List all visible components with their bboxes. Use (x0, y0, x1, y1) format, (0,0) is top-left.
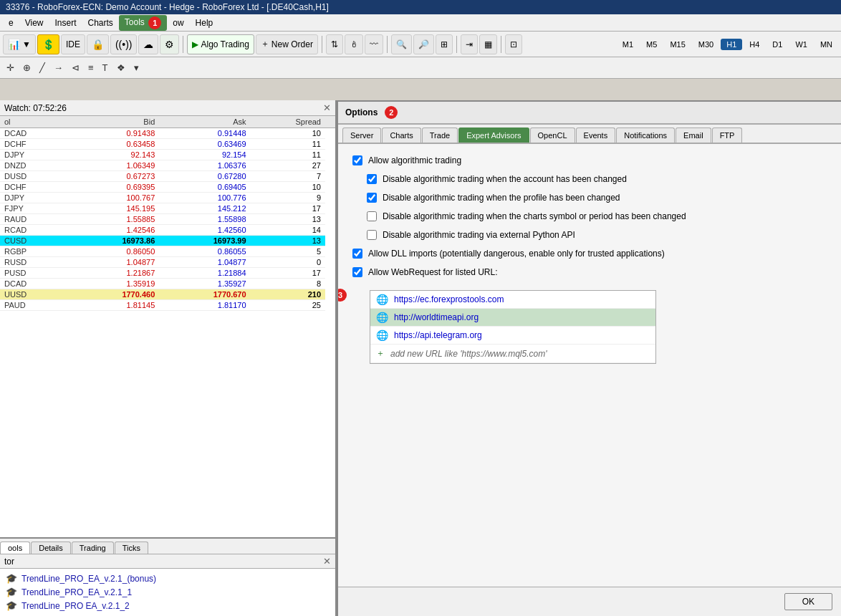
ide-btn[interactable]: IDE (61, 34, 85, 54)
table-row[interactable]: DCHF0.634580.6346911 (0, 139, 335, 150)
shapes-btn[interactable]: ❖ (113, 61, 129, 74)
ea-item-2[interactable]: 🎓 TrendLine_PRO_EA_v.2.1_1 (3, 585, 332, 599)
auto-scroll-btn[interactable]: ▦ (479, 34, 497, 54)
menu-insert[interactable]: Insert (49, 16, 82, 29)
symbol-cell: FJPY (0, 203, 68, 214)
bid-cell: 1.42546 (68, 225, 159, 236)
tf-d1[interactable]: D1 (766, 39, 788, 50)
zoom-in-btn[interactable]: 🔍 (391, 34, 412, 54)
tab-events[interactable]: Events (576, 127, 616, 143)
tf-mn[interactable]: MN (814, 39, 838, 50)
menu-help[interactable]: Help (190, 16, 219, 29)
dollar-btn[interactable]: 💲 (37, 34, 59, 54)
tf-w1[interactable]: W1 (789, 39, 813, 50)
tf-m30[interactable]: M30 (693, 39, 719, 50)
cb-allow-dll[interactable] (352, 249, 362, 259)
table-row[interactable]: RUSD1.048771.048770 (0, 257, 335, 268)
cb-allow-web[interactable] (352, 267, 362, 277)
tab-trade[interactable]: Trade (422, 127, 458, 143)
table-row[interactable]: DJPY92.14392.15411 (0, 150, 335, 160)
table-row[interactable]: CUSD16973.8616973.9913 (0, 236, 335, 246)
ea-item-3[interactable]: 🎓 TrendLine_PRO EA_v.2.1_2 (3, 599, 332, 612)
tab-opencl[interactable]: OpenCL (530, 127, 575, 143)
cb-disable-profile[interactable] (367, 193, 377, 203)
lock-btn[interactable]: 🔒 (87, 34, 109, 54)
cb-disable-charts[interactable] (367, 211, 377, 221)
table-row[interactable]: PUSD1.218671.2188417 (0, 268, 335, 279)
depth-btn[interactable]: ⇅ (326, 34, 343, 54)
url-item-2[interactable]: 🌐 http://worldtimeapi.org (370, 309, 655, 327)
line-draw-btn[interactable]: ╱ (36, 61, 49, 74)
tab-charts[interactable]: Charts (382, 127, 420, 143)
candle-btn[interactable]: 🕯 (345, 34, 363, 54)
table-row[interactable]: DCAD0.914380.9144810 (0, 128, 335, 139)
table-row[interactable]: DCAD1.359191.359278 (0, 279, 335, 289)
cb-allow-algo[interactable] (352, 155, 362, 165)
url-item-3[interactable]: 🌐 https://api.telegram.org (370, 327, 655, 345)
tab-details[interactable]: Details (31, 542, 71, 554)
table-row[interactable]: DCHF0.693950.6940510 (0, 182, 335, 193)
algo-trading-btn[interactable]: ▶ Algo Trading (187, 34, 254, 54)
ray-btn[interactable]: → (50, 61, 67, 74)
text-btn[interactable]: T (99, 61, 112, 74)
tf-h1[interactable]: H1 (721, 39, 742, 50)
cb-disable-account-label: Disable algorithmic trading when the acc… (383, 174, 627, 184)
menu-tools[interactable]: Tools 1 (119, 15, 167, 31)
hline-btn[interactable]: ≡ (85, 61, 97, 74)
tf-m1[interactable]: M1 (617, 39, 639, 50)
menu-charts[interactable]: Charts (82, 16, 119, 29)
menu-ow[interactable]: ow (167, 16, 189, 29)
tab-server[interactable]: Server (342, 127, 381, 143)
menu-e[interactable]: e (3, 16, 19, 29)
menu-view[interactable]: View (19, 16, 49, 29)
tab-ftp[interactable]: FTP (712, 127, 743, 143)
tab-email[interactable]: Email (676, 127, 711, 143)
channel-btn[interactable]: ⊲ (68, 61, 83, 74)
tab-ticks[interactable]: Ticks (115, 542, 148, 554)
tab-tools[interactable]: ools (0, 542, 30, 554)
cloud-btn[interactable]: ☁ (138, 34, 158, 54)
table-row[interactable]: RAUD1.558851.5589813 (0, 214, 335, 225)
watch-table: ol Bid Ask Spread DCAD0.914380.9144810DC… (0, 116, 335, 537)
table-row[interactable]: RCAD1.425461.4256014 (0, 225, 335, 236)
zoom-out-btn[interactable]: 🔎 (413, 34, 434, 54)
table-row[interactable]: PAUD1.811451.8117025 (0, 300, 335, 311)
check-row-2: Disable algorithmic trading when the acc… (367, 174, 827, 184)
new-order-btn[interactable]: ＋ New Order (256, 34, 318, 54)
more-btn[interactable]: ▾ (130, 61, 143, 74)
url-item-1[interactable]: 🌐 https://ec.forexprostools.com (370, 291, 655, 309)
url-section: 3 🌐 https://ec.forexprostools.com 🌐 http… (352, 286, 827, 364)
ea-item-1[interactable]: 🎓 TrendLine_PRO_EA_v.2.1_(bonus) (3, 572, 332, 585)
tf-h4[interactable]: H4 (744, 39, 765, 50)
auto-scroll-icon: ▦ (484, 39, 492, 49)
tab-trading[interactable]: Trading (72, 542, 114, 554)
cursor-btn[interactable]: ✛ (3, 61, 18, 74)
crosshair-btn[interactable]: ⊕ (19, 61, 34, 74)
spread-cell: 17 (251, 203, 325, 214)
signal-btn[interactable]: ((•)) (110, 34, 138, 54)
scroll-btn[interactable]: ⇥ (461, 34, 478, 54)
line-btn[interactable]: 〰 (365, 34, 383, 54)
table-row[interactable]: DUSD0.672730.672807 (0, 171, 335, 182)
bid-cell: 16973.86 (68, 236, 159, 246)
spread-cell: 14 (251, 225, 325, 236)
settings-btn[interactable]: ⚙ (160, 34, 179, 54)
table-row[interactable]: UUSD1770.4601770.670210 (0, 289, 335, 300)
table-row[interactable]: DNZD1.063491.0637627 (0, 160, 335, 171)
bottom-close-btn[interactable]: ✕ (323, 556, 331, 567)
ok-button[interactable]: OK (784, 593, 832, 610)
tf-m5[interactable]: M5 (640, 39, 663, 50)
table-row[interactable]: DJPY100.767100.7769 (0, 193, 335, 203)
tab-expert-advisors[interactable]: Expert Advisors (458, 127, 529, 143)
cb-disable-python[interactable] (367, 230, 377, 240)
chart-type-btn[interactable]: 📊 ▼ (3, 34, 36, 54)
url-add-item[interactable]: ＋ add new URL like 'https://www.mql5.com… (370, 345, 655, 363)
tab-notifications[interactable]: Notifications (616, 127, 675, 143)
screenshot-btn[interactable]: ⊡ (505, 34, 522, 54)
tf-m15[interactable]: M15 (664, 39, 691, 50)
cb-disable-account[interactable] (367, 174, 377, 184)
table-row[interactable]: FJPY145.195145.21217 (0, 203, 335, 214)
grid-btn[interactable]: ⊞ (436, 34, 453, 54)
watch-close-btn[interactable]: ✕ (323, 102, 331, 113)
table-row[interactable]: RGBP0.860500.860555 (0, 246, 335, 257)
